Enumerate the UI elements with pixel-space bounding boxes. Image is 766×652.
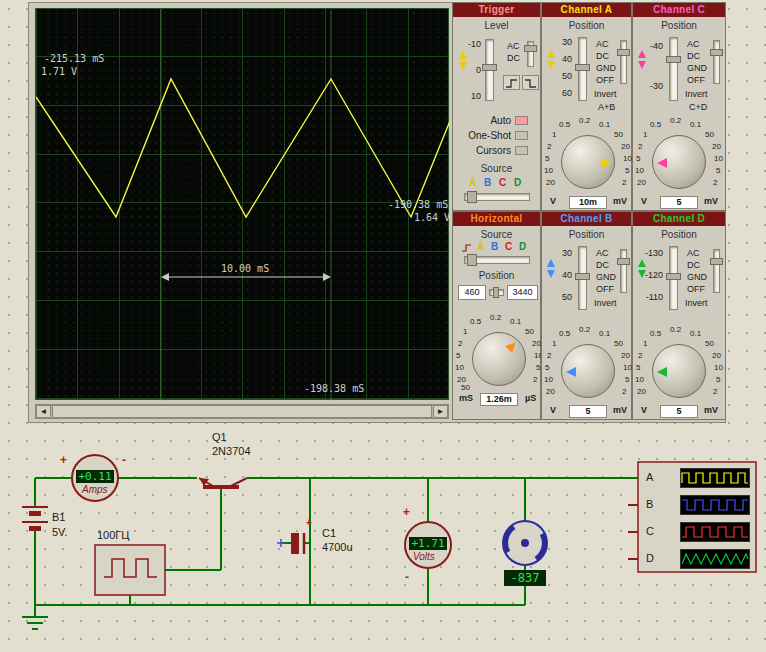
channel-d-gain-display: 5 [660, 405, 698, 418]
ammeter-plus-sign: + [60, 453, 67, 467]
channel-b-position-up-arrow-icon[interactable] [547, 259, 555, 267]
trigger-source-thumb[interactable] [467, 191, 477, 203]
voltmeter-readout: +1.71 [409, 537, 447, 550]
channel-a-coupling-slider[interactable] [620, 40, 627, 84]
one-shot-led [515, 131, 528, 140]
channel-d-gain-knob-block: 0.5 0.2 0.1 1 2 5 10 20 50 20 10 5 2 V m… [635, 324, 722, 419]
trigger-level-slider[interactable] [485, 39, 494, 101]
signal-generator-symbol[interactable] [95, 545, 165, 595]
scroll-right-button[interactable]: ► [433, 405, 448, 418]
trigger-coupling-slider[interactable] [527, 41, 534, 67]
scale-label: 0.2 [579, 325, 590, 334]
channel-c-gain-knob[interactable] [652, 135, 706, 189]
scroll-left-button[interactable]: ◄ [36, 405, 51, 418]
trigger-level-up-arrow-icon[interactable] [459, 51, 467, 59]
channel-b-title: Channel B [542, 212, 631, 226]
scale-label: 0.2 [579, 116, 590, 125]
scale-label: 0.1 [690, 120, 701, 129]
channel-b-position-thumb[interactable] [575, 273, 590, 280]
channel-a-trace [36, 79, 450, 217]
channel-c-title: Channel C [633, 3, 725, 17]
scroll-thumb[interactable] [52, 405, 432, 418]
channel-c-panel: Channel C Position -40 -30 AC DC GND OFF… [632, 2, 726, 211]
terminal-label-c: C [646, 525, 654, 537]
scale-label: 0.5 [559, 329, 570, 338]
trigger-coupling-thumb[interactable] [524, 45, 537, 52]
trigger-falling-edge-button[interactable] [522, 75, 539, 90]
channel-d-position-thumb[interactable] [666, 273, 681, 280]
channel-a-gain-knob[interactable] [561, 135, 615, 189]
scale-label: 0.5 [650, 329, 661, 338]
coupling-label-dc: DC [596, 260, 609, 270]
trigger-rising-edge-button[interactable] [503, 75, 520, 90]
oscilloscope-screen: -215.13 mS 1.71 V -190.38 mS 1.64 V -198… [35, 8, 449, 400]
horizontal-position-slider[interactable] [489, 289, 504, 296]
channel-c-gain-knob-block: 0.5 0.2 0.1 1 2 5 10 20 50 20 10 5 2 V m… [635, 115, 722, 210]
horizontal-source-slider[interactable] [464, 256, 530, 264]
channel-b-position-slider[interactable] [578, 246, 587, 310]
scale-label: 0.1 [599, 120, 610, 129]
scale-label: 40 [550, 54, 572, 64]
ground-symbol[interactable] [22, 617, 48, 629]
scale-label: 5 [636, 363, 640, 372]
timebase-knob[interactable] [472, 332, 526, 386]
invert-label: Invert [594, 89, 617, 99]
scale-label: 0 [459, 65, 481, 75]
trigger-source-slider[interactable] [464, 193, 530, 201]
horizontal-position-thumb[interactable] [493, 287, 499, 298]
channel-c-position-down-arrow-icon[interactable] [638, 61, 646, 69]
horizontal-source-thumb[interactable] [467, 254, 477, 266]
level-label: Level [453, 20, 540, 31]
scale-label: -110 [639, 292, 663, 302]
channel-b-gain-knob[interactable] [561, 344, 615, 398]
scale-label: 20 [546, 178, 555, 187]
battery-symbol[interactable] [22, 507, 48, 531]
coupling-label-ac: AC [687, 248, 700, 258]
channel-b-coupling-slider[interactable] [620, 249, 627, 293]
channel-c-position-slider[interactable] [669, 37, 678, 101]
source-channel-d-label: D [514, 177, 521, 188]
cursors-led [515, 146, 528, 155]
channel-a-position-slider[interactable] [578, 37, 587, 101]
channel-d-position-slider[interactable] [669, 246, 678, 310]
channel-a-title: Channel A [542, 3, 631, 17]
channel-d-gain-knob[interactable] [652, 344, 706, 398]
channel-d-coupling-slider[interactable] [713, 249, 720, 293]
unit-label-v: V [550, 405, 556, 415]
scale-label: 2 [638, 142, 642, 151]
scale-label: 10 [623, 154, 632, 163]
channel-c-coupling-slider[interactable] [713, 40, 720, 84]
scale-label: 20 [712, 142, 721, 151]
one-shot-button[interactable]: One-Shot [455, 130, 511, 141]
unit-label-v: V [550, 196, 556, 206]
channel-a-position-thumb[interactable] [575, 64, 590, 71]
motor-symbol[interactable] [503, 521, 547, 565]
knob-pointer-icon [657, 158, 667, 168]
channel-c-coupling-thumb[interactable] [710, 49, 723, 56]
cursors-button[interactable]: Cursors [455, 145, 511, 156]
scale-label: 20 [546, 387, 555, 396]
transistor-symbol[interactable] [199, 478, 247, 489]
battery-ref-label: B1 [52, 511, 65, 523]
channel-c-position-thumb[interactable] [666, 56, 681, 63]
channel-b-coupling-thumb[interactable] [617, 258, 630, 265]
source-channel-d-label: D [519, 241, 526, 252]
coupling-label-off: OFF [596, 75, 614, 85]
channel-c-position-up-arrow-icon[interactable] [638, 50, 646, 58]
trigger-level-thumb[interactable] [482, 64, 497, 71]
unit-label-v: V [641, 196, 647, 206]
coupling-label-dc: DC [687, 260, 700, 270]
scale-label: 2 [458, 339, 462, 348]
auto-button[interactable]: Auto [455, 115, 511, 126]
channel-b-trace-preview [680, 495, 750, 515]
scale-label: 40 [550, 270, 572, 280]
measure-arrow-left-icon [161, 273, 169, 281]
channel-d-position-up-arrow-icon[interactable] [638, 259, 646, 267]
channel-a-coupling-thumb[interactable] [617, 49, 630, 56]
scale-label: 20 [532, 339, 541, 348]
scope-horizontal-scrollbar[interactable]: ◄ ► [35, 404, 449, 419]
channel-d-coupling-thumb[interactable] [710, 258, 723, 265]
channel-b-panel: Channel B Position 30 40 50 AC DC GND OF… [541, 211, 632, 420]
coupling-label-dc: DC [687, 51, 700, 61]
scale-label: 10 [455, 363, 464, 372]
